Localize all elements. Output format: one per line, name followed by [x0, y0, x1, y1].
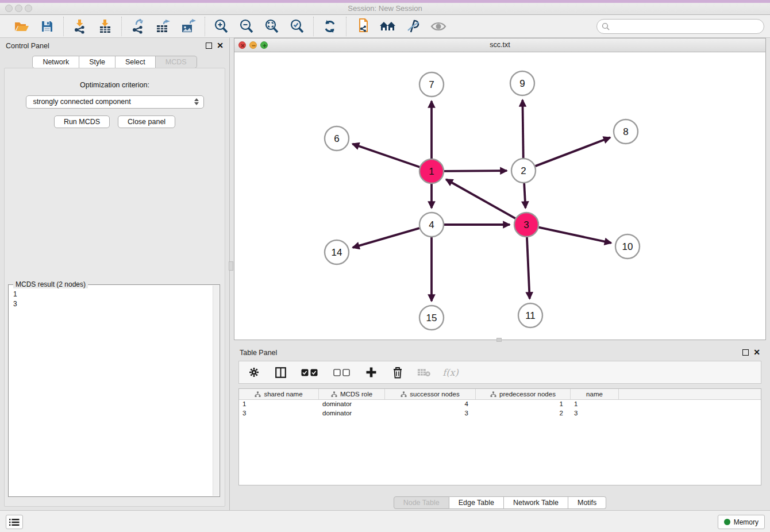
table-row[interactable]: 3 dominator 3 2 3: [239, 409, 761, 418]
zoom-selected-icon: [290, 19, 305, 34]
vizmapper-icon: [406, 20, 421, 33]
zoom-selected-button[interactable]: [288, 17, 306, 36]
float-table-panel-icon[interactable]: [742, 349, 749, 356]
list-icon: [9, 518, 20, 526]
column-header-predecessor-nodes[interactable]: predecessor nodes: [476, 389, 571, 399]
unselect-all-columns-button[interactable]: [332, 365, 352, 379]
tab-select[interactable]: Select: [116, 56, 156, 68]
gear-icon: [248, 367, 260, 378]
cell-shared-name[interactable]: 1: [239, 400, 319, 409]
cell-mcds-role[interactable]: dominator: [319, 400, 385, 409]
table-settings-button[interactable]: [247, 365, 261, 379]
mcds-panel: Optimization criterion: strongly connect…: [4, 68, 225, 507]
save-session-button[interactable]: [38, 17, 56, 36]
import-table-button[interactable]: [96, 17, 114, 36]
optimization-criterion-label: Optimization criterion:: [5, 81, 225, 89]
task-history-button[interactable]: [6, 515, 23, 529]
control-panel-title: Control Panel: [6, 42, 49, 50]
graph-edge-3-1[interactable]: [446, 179, 515, 218]
delete-column-button[interactable]: [391, 365, 405, 379]
search-box[interactable]: [596, 19, 764, 34]
graph-edge-2-8[interactable]: [536, 137, 610, 166]
column-header-mcds-role[interactable]: MCDS role: [319, 389, 385, 399]
table-row[interactable]: 1 dominator 4 1 1: [239, 400, 761, 409]
zoom-fit-button[interactable]: [263, 17, 281, 36]
graph-edge-2-9[interactable]: [522, 100, 523, 158]
vizmapper-button[interactable]: [404, 17, 422, 36]
zoom-in-button[interactable]: [212, 17, 230, 36]
cell-mcds-role[interactable]: dominator: [319, 409, 385, 418]
import-network-button[interactable]: [71, 17, 89, 36]
tab-mcds[interactable]: MCDS: [156, 56, 197, 68]
create-column-button[interactable]: [364, 365, 378, 379]
cell-successor-nodes[interactable]: 3: [385, 409, 476, 418]
column-header-name[interactable]: name: [571, 389, 619, 399]
tab-motifs[interactable]: Motifs: [568, 496, 606, 509]
graph-node-label-10: 10: [622, 241, 633, 252]
zoom-out-button[interactable]: [237, 17, 256, 36]
graph-edge-2-3[interactable]: [524, 183, 525, 208]
graph-edge-3-10[interactable]: [539, 228, 611, 243]
refresh-button[interactable]: [321, 17, 339, 36]
float-panel-icon[interactable]: [206, 43, 212, 49]
export-table-icon: [156, 19, 171, 34]
graphics-details-button[interactable]: [429, 17, 448, 36]
column-header-successor-nodes[interactable]: successor nodes: [385, 389, 476, 399]
mcds-result-list[interactable]: 1 3: [13, 290, 17, 309]
export-image-button[interactable]: [179, 17, 198, 36]
graph-node-label-6: 6: [334, 133, 339, 144]
panel-divider-grip[interactable]: [229, 261, 233, 271]
tab-node-table[interactable]: Node Table: [394, 496, 449, 509]
optimization-criterion-value: strongly connected component: [33, 98, 131, 106]
tab-edge-table[interactable]: Edge Table: [449, 496, 504, 509]
export-network-button[interactable]: [129, 17, 147, 36]
import-network-icon: [72, 19, 87, 34]
new-network-from-selection-button[interactable]: [353, 17, 372, 36]
close-panel-button[interactable]: Close panel: [118, 115, 175, 128]
first-neighbors-button[interactable]: [379, 17, 397, 36]
result-scrollbar[interactable]: [213, 286, 219, 496]
graph-node-label-15: 15: [426, 313, 437, 323]
graph-edge-3-11[interactable]: [527, 237, 530, 299]
export-table-button[interactable]: [154, 17, 172, 36]
delete-table-button[interactable]: [417, 365, 431, 379]
tab-network[interactable]: Network: [32, 56, 79, 68]
graph-node-label-4: 4: [429, 219, 434, 230]
run-mcds-button[interactable]: Run MCDS: [54, 115, 110, 128]
import-table-icon: [98, 19, 112, 34]
graph-edge-1-2[interactable]: [444, 171, 507, 171]
optimization-criterion-select[interactable]: strongly connected component: [26, 95, 204, 109]
graph-node-label-8: 8: [623, 126, 628, 137]
memory-status-icon: [724, 519, 730, 525]
memory-button[interactable]: Memory: [718, 515, 765, 529]
cell-name[interactable]: 3: [571, 409, 619, 418]
graph-edge-1-6[interactable]: [352, 144, 419, 167]
network-graph[interactable]: 1234678910111415: [234, 52, 765, 340]
graph-edge-4-14[interactable]: [353, 228, 419, 248]
select-all-columns-button[interactable]: [300, 365, 319, 379]
graph-node-label-7: 7: [429, 79, 434, 90]
cell-successor-nodes[interactable]: 4: [385, 400, 476, 409]
mcds-result-box: MCDS result (2 nodes) 1 3: [8, 284, 220, 497]
open-session-button[interactable]: [13, 17, 31, 36]
cell-name[interactable]: 1: [571, 400, 619, 409]
function-builder-button[interactable]: f(x): [444, 365, 457, 379]
cell-shared-name[interactable]: 3: [239, 409, 319, 418]
close-panel-icon[interactable]: ✕: [217, 41, 224, 50]
refresh-icon: [323, 20, 337, 33]
column-panel-button[interactable]: [274, 365, 287, 379]
network-window-titlebar[interactable]: scc.txt: [234, 38, 765, 52]
search-input[interactable]: [613, 22, 759, 30]
save-icon: [41, 20, 53, 33]
tab-style[interactable]: Style: [79, 56, 116, 68]
network-resize-grip[interactable]: [496, 338, 502, 342]
close-table-panel-icon[interactable]: ✕: [753, 348, 760, 357]
table-tabs: Node Table Edge Table Network Table Moti…: [234, 496, 766, 509]
network-window-title: scc.txt: [234, 41, 765, 49]
cell-predecessor-nodes[interactable]: 2: [476, 409, 571, 418]
cell-predecessor-nodes[interactable]: 1: [476, 400, 571, 409]
export-network-icon: [130, 19, 145, 34]
export-image-icon: [181, 19, 196, 34]
tab-network-table[interactable]: Network Table: [504, 496, 568, 509]
column-header-shared-name[interactable]: shared name: [239, 389, 319, 399]
